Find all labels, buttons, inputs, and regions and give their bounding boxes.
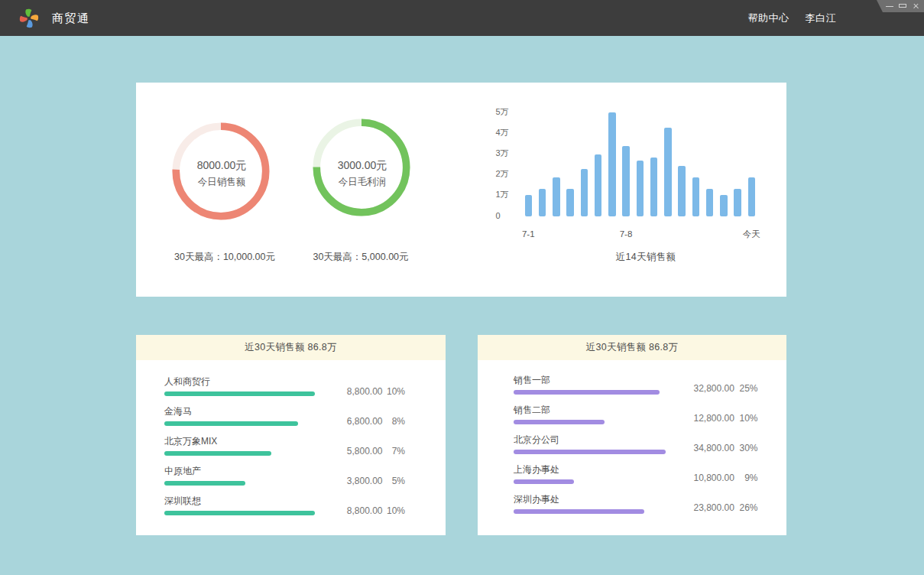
chart-bar: [637, 161, 644, 216]
titlebar: 商贸通 帮助中心 李白江: [0, 0, 924, 36]
row-percent: 10%: [371, 505, 405, 516]
close-icon[interactable]: [914, 4, 919, 8]
chart-bar: [650, 158, 658, 216]
customer-sales-card: 近30天销售额 86.8万 人和商贸行8,800.0010%金海马6,800.0…: [136, 335, 446, 535]
row-name: 北京分公司: [514, 434, 559, 446]
row-bar: [164, 481, 245, 486]
row-name: 上海办事处: [514, 464, 559, 476]
row-percent: 25%: [724, 383, 758, 394]
row-name: 金海马: [164, 406, 192, 417]
chart-bar: [748, 177, 756, 216]
chart-x-tick: 7-1: [522, 229, 535, 239]
chart-y-tick: 3万: [496, 148, 509, 158]
chart-bar: [734, 189, 741, 217]
row-percent: 8%: [371, 416, 405, 427]
row-percent: 26%: [724, 502, 758, 513]
row-name: 深圳联想: [164, 495, 201, 507]
row-percent: 10%: [724, 413, 758, 424]
row-percent: 9%: [724, 473, 758, 483]
header-menu: 帮助中心 李白江: [748, 0, 837, 36]
chart-bar: [525, 195, 533, 216]
row-bar: [164, 421, 298, 426]
row-bar: [164, 451, 271, 456]
department-sales-card: 近30天销售额 86.8万 销售一部32,800.0025%销售二部12,800…: [478, 335, 786, 535]
row-bar: [514, 450, 666, 454]
app-title: 商贸通: [52, 0, 90, 36]
row-bar: [514, 390, 660, 395]
chart-bar: [622, 146, 630, 216]
row-percent: 10%: [371, 386, 405, 397]
help-center-link[interactable]: 帮助中心: [748, 11, 789, 25]
sales-14d-bar-chart: 近14天销售额 01万2万3万4万5万7-17-8今天: [136, 83, 786, 297]
row-percent: 5%: [371, 476, 405, 486]
chart-y-tick: 1万: [496, 189, 509, 200]
row-name: 北京万象MIX: [164, 436, 217, 447]
row-bar: [514, 420, 605, 424]
row-name: 中原地产: [164, 466, 201, 477]
chart-y-tick: 4万: [496, 127, 509, 138]
chart-y-tick: 0: [496, 210, 501, 221]
app-logo-icon: [19, 8, 38, 28]
row-bar: [514, 509, 644, 514]
row-percent: 30%: [724, 443, 758, 453]
row-bar: [514, 479, 574, 484]
row-name: 人和商贸行: [164, 376, 210, 388]
chart-bar: [608, 112, 616, 217]
row-bar: [164, 391, 315, 396]
chart-bar: [539, 189, 546, 217]
chart-y-tick: 2万: [496, 168, 509, 179]
customer-sales-card-title: 近30天销售额 86.8万: [136, 335, 446, 360]
today-overview-card: 8000.00元 今日销售额 30天最高：10,000.00元 3000.00元…: [136, 83, 786, 297]
maximize-icon[interactable]: [899, 4, 906, 8]
user-menu[interactable]: 李白江: [806, 11, 837, 25]
chart-bar: [692, 177, 700, 216]
chart-bar: [595, 154, 602, 216]
department-sales-card-title: 近30天销售额 86.8万: [478, 335, 786, 360]
row-bar: [164, 511, 315, 515]
row-percent: 7%: [371, 446, 405, 456]
chart-x-tick: 今天: [743, 229, 760, 239]
chart-y-tick: 5万: [496, 106, 509, 117]
minimize-icon[interactable]: [886, 6, 893, 8]
row-name: 销售二部: [514, 404, 550, 416]
row-name: 销售一部: [514, 375, 550, 386]
row-name: 深圳办事处: [514, 494, 559, 505]
chart-bar: [664, 128, 672, 217]
chart-x-tick: 7-8: [620, 229, 633, 239]
window-controls: [874, 0, 924, 12]
chart-bar: [678, 166, 686, 216]
chart-bar: [720, 195, 728, 216]
chart-bar: [566, 189, 574, 217]
chart-bar: [706, 189, 714, 217]
app-window: 商贸通 帮助中心 李白江 8000.00元 今日销售额 30天最高：10,000…: [0, 0, 924, 575]
chart-bar: [581, 169, 588, 216]
chart-bar: [553, 177, 560, 216]
chart-title: 近14天销售额: [539, 252, 753, 263]
